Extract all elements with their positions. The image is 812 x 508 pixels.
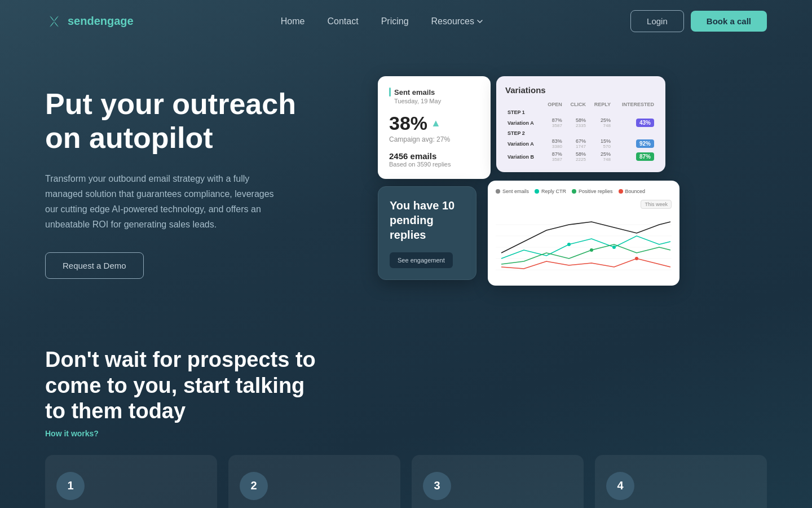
positive-replies-dot	[572, 189, 576, 194]
variations-table: OPEN CLICK REPLY INTERESTED STEP 1 Varia…	[505, 100, 656, 163]
hero-left: Put your outreach on autopilot Transform…	[45, 76, 327, 279]
step-card-2: 2	[228, 455, 400, 508]
hero-section: Put your outreach on autopilot Transform…	[0, 42, 812, 313]
step1-label: STEP 1	[505, 108, 656, 116]
nav-pricing[interactable]: Pricing	[381, 16, 409, 26]
legend-reply-ctr: Reply CTR	[535, 189, 566, 194]
legend-sent-emails: Sent emails	[496, 189, 529, 194]
nav-resources[interactable]: Resources	[431, 16, 483, 27]
hero-right: Sent emails Tuesday, 19 May 38% ▲ Campai…	[361, 76, 767, 291]
reply-ctr-dot	[535, 189, 539, 194]
chart-card: Sent emails Reply CTR Positive replies B…	[488, 181, 679, 286]
svg-point-5	[567, 243, 571, 246]
login-button[interactable]: Login	[630, 10, 684, 32]
request-demo-button[interactable]: Request a Demo	[45, 252, 144, 279]
nav-contact[interactable]: Contact	[327, 16, 358, 26]
nav-links: Home Contact Pricing Resources	[281, 16, 483, 27]
variations-title: Variations	[505, 85, 656, 95]
logo-text: sendengage	[68, 15, 134, 28]
chart-legend: Sent emails Reply CTR Positive replies B…	[496, 189, 672, 209]
legend-bounced: Bounced	[619, 189, 646, 194]
chart-filter-button[interactable]: This week	[641, 200, 672, 209]
pending-replies-card: You have 10 pending replies See engageme…	[378, 186, 476, 280]
svg-point-6	[612, 246, 616, 249]
step2-label: STEP 2	[505, 129, 656, 137]
variations-card: Variations OPEN CLICK REPLY INTERESTED S…	[496, 76, 665, 172]
step-card-3: 3	[412, 455, 584, 508]
navbar: sendengage Home Contact Pricing Resource…	[0, 0, 812, 42]
sent-emails-date: Tuesday, 19 May	[394, 98, 479, 104]
logo[interactable]: sendengage	[45, 12, 134, 30]
pending-text: You have 10 pending replies	[390, 198, 465, 242]
sent-emails-dot	[496, 189, 500, 194]
step-card-1: 1	[45, 455, 217, 508]
interested-badge: 43%	[636, 119, 654, 127]
up-arrow-icon: ▲	[431, 117, 441, 129]
accent-bar	[389, 87, 391, 97]
step-number-3: 3	[423, 472, 451, 500]
step-cards: 1 2 3 4	[45, 455, 767, 508]
campaign-avg: Campaign avg: 27%	[389, 135, 479, 143]
bounced-dot	[619, 189, 623, 194]
book-call-button[interactable]: Book a call	[691, 11, 767, 32]
legend-positive-replies: Positive replies	[572, 189, 613, 194]
how-it-works-section: Don't wait for prospects to come to you,…	[0, 313, 812, 508]
svg-point-7	[590, 248, 593, 252]
nav-home[interactable]: Home	[281, 16, 305, 26]
step-number-1: 1	[56, 472, 85, 500]
nav-actions: Login Book a call	[630, 10, 767, 32]
based-on: Based on 3590 replies	[389, 161, 479, 168]
how-it-works-label: How it works?	[45, 429, 767, 438]
see-engagement-button[interactable]: See engagement	[390, 252, 453, 268]
sent-emails-label: Sent emails	[389, 87, 479, 97]
logo-icon	[45, 12, 63, 30]
step-card-4: 4	[595, 455, 767, 508]
hero-title: Put your outreach on autopilot	[45, 87, 327, 155]
interested-badge-green: 87%	[636, 152, 654, 161]
svg-point-8	[635, 257, 638, 260]
sent-emails-percentage: 38% ▲	[389, 112, 479, 134]
step-number-2: 2	[240, 472, 268, 500]
engagement-chart	[496, 213, 672, 275]
interested-badge-blue: 92%	[636, 139, 654, 148]
table-row: Variation B 87%3587 58%2225 25%748 87%	[505, 150, 656, 163]
step-number-4: 4	[606, 472, 634, 500]
section2-title: Don't wait for prospects to come to you,…	[45, 347, 327, 424]
table-row: Variation A 83%3380 67%1747 15%570 92%	[505, 137, 656, 150]
table-row: Variation A 87%3587 58%2335 25%748 43%	[505, 116, 656, 129]
email-count: 2456 emails	[389, 151, 479, 161]
hero-description: Transform your outbound email strategy w…	[45, 171, 282, 233]
sent-emails-card: Sent emails Tuesday, 19 May 38% ▲ Campai…	[378, 76, 491, 179]
chevron-down-icon	[476, 18, 483, 25]
